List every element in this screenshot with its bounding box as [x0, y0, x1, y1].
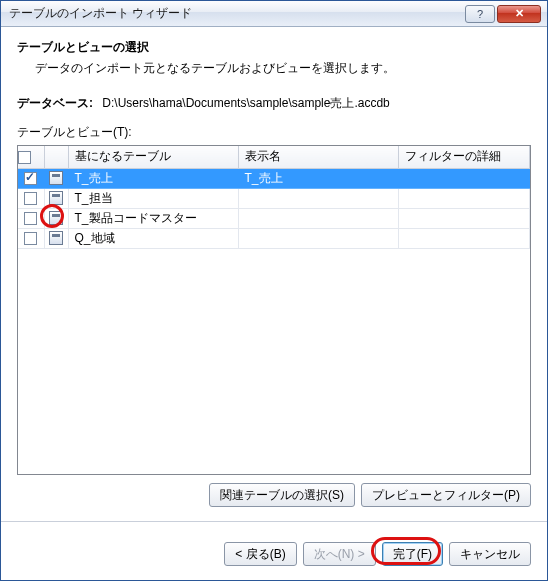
table-row[interactable]: T_売上T_売上: [18, 168, 530, 188]
back-button[interactable]: < 戻る(B): [224, 542, 296, 566]
row-filter: [398, 208, 530, 228]
row-filter: [398, 228, 530, 248]
row-display: [238, 188, 398, 208]
row-checkbox-cell[interactable]: [18, 208, 44, 228]
page-subheading: データのインポート元となるテーブルおよびビューを選択します。: [35, 60, 531, 77]
table-row[interactable]: Q_地域: [18, 228, 530, 248]
row-source: Q_地域: [68, 228, 238, 248]
row-source: T_担当: [68, 188, 238, 208]
row-icon-cell: [44, 168, 68, 188]
row-icon-cell: [44, 228, 68, 248]
related-tables-button[interactable]: 関連テーブルの選択(S): [209, 483, 355, 507]
row-checkbox[interactable]: [24, 212, 37, 225]
header-checkbox-cell[interactable]: [18, 146, 44, 168]
window-title: テーブルのインポート ウィザード: [7, 5, 463, 22]
header-source[interactable]: 基になるテーブル: [68, 146, 238, 168]
finish-button[interactable]: 完了(F): [382, 542, 443, 566]
header-filter[interactable]: フィルターの詳細: [398, 146, 530, 168]
table-row[interactable]: T_担当: [18, 188, 530, 208]
select-all-checkbox[interactable]: [18, 151, 31, 164]
row-display: T_売上: [238, 168, 398, 188]
table-row[interactable]: T_製品コードマスター: [18, 208, 530, 228]
next-button: 次へ(N) >: [303, 542, 376, 566]
preview-filter-button[interactable]: プレビューとフィルター(P): [361, 483, 531, 507]
close-button[interactable]: ✕: [497, 5, 541, 23]
row-filter: [398, 188, 530, 208]
row-display: [238, 208, 398, 228]
tables-grid: 基になるテーブル 表示名 フィルターの詳細 T_売上T_売上T_担当T_製品コー…: [17, 145, 531, 475]
page-heading: テーブルとビューの選択: [17, 39, 531, 56]
wizard-button-bar: < 戻る(B) 次へ(N) > 完了(F) キャンセル: [1, 542, 547, 580]
grid-button-row: 関連テーブルの選択(S) プレビューとフィルター(P): [17, 483, 531, 507]
database-path: D:\Users\hama\Documents\sample\sample売上.…: [102, 96, 389, 110]
row-checkbox-cell[interactable]: [18, 228, 44, 248]
dialog-body: テーブルとビューの選択 データのインポート元となるテーブルおよびビューを選択しま…: [1, 27, 547, 542]
row-checkbox[interactable]: [24, 192, 37, 205]
table-icon: [49, 231, 63, 245]
header-display[interactable]: 表示名: [238, 146, 398, 168]
row-checkbox[interactable]: [24, 172, 37, 185]
dialog-window: テーブルのインポート ウィザード ? ✕ テーブルとビューの選択 データのインポ…: [0, 0, 548, 581]
table-icon: [49, 211, 63, 225]
separator: [1, 521, 547, 522]
row-filter: [398, 168, 530, 188]
titlebar: テーブルのインポート ウィザード ? ✕: [1, 1, 547, 27]
table-icon: [49, 171, 63, 185]
row-checkbox-cell[interactable]: [18, 188, 44, 208]
row-icon-cell: [44, 188, 68, 208]
row-checkbox[interactable]: [24, 232, 37, 245]
row-source: T_製品コードマスター: [68, 208, 238, 228]
row-display: [238, 228, 398, 248]
table-icon: [49, 191, 63, 205]
cancel-button[interactable]: キャンセル: [449, 542, 531, 566]
help-button[interactable]: ?: [465, 5, 495, 23]
database-line: データベース: D:\Users\hama\Documents\sample\s…: [17, 95, 531, 112]
header-icon-cell: [44, 146, 68, 168]
row-checkbox-cell[interactable]: [18, 168, 44, 188]
row-icon-cell: [44, 208, 68, 228]
database-label: データベース:: [17, 96, 93, 110]
row-source: T_売上: [68, 168, 238, 188]
tables-views-label: テーブルとビュー(T):: [17, 124, 531, 141]
